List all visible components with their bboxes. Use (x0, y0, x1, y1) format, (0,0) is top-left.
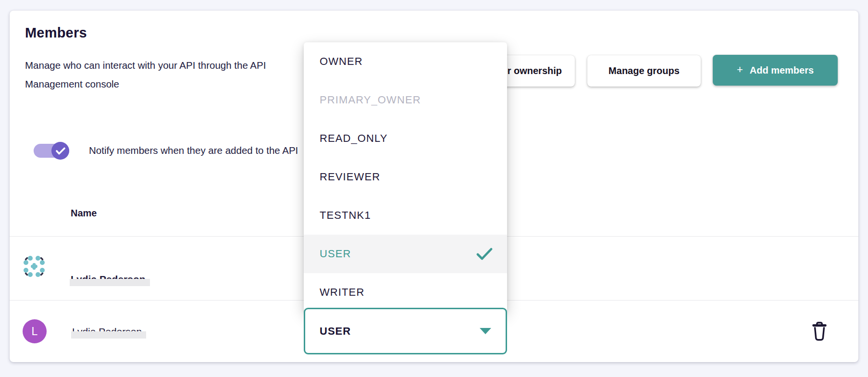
member-row: Lydia Pederson (71, 274, 146, 285)
menu-item-label: READ_ONLY (320, 132, 388, 145)
selected-check-icon (476, 247, 493, 261)
menu-item-label: TESTNK1 (320, 209, 371, 222)
menu-item-read-only[interactable]: READ_ONLY (304, 119, 507, 158)
menu-item-label: PRIMARY_OWNER (320, 94, 421, 106)
menu-item-writer[interactable]: WRITER (304, 273, 507, 312)
avatar: L (23, 319, 47, 343)
plus-icon: + (737, 63, 743, 76)
menu-item-label: OWNER (320, 55, 363, 68)
menu-item-user[interactable]: USER (304, 235, 507, 273)
toggle-thumb (51, 142, 69, 160)
add-members-button[interactable]: + Add members (713, 55, 838, 86)
notify-toggle-label: Notify members when they are added to th… (89, 145, 298, 156)
add-members-label: Add members (750, 65, 814, 76)
table-header-name: Name (71, 208, 97, 219)
role-dropdown-menu: OWNER PRIMARY_OWNER READ_ONLY REVIEWER T… (304, 42, 507, 312)
menu-item-primary-owner[interactable]: PRIMARY_OWNER (304, 81, 507, 119)
page-description-line2: Management console (25, 78, 119, 89)
page-description-line1: Manage who can interact with your API th… (25, 60, 266, 71)
delete-member-button[interactable] (807, 319, 831, 343)
trash-icon (808, 320, 831, 342)
page-title: Members (25, 25, 87, 41)
manage-groups-button[interactable]: Manage groups (587, 55, 701, 87)
menu-item-label: REVIEWER (320, 171, 380, 183)
member-row: Lydia Pederson (72, 326, 142, 338)
menu-item-owner[interactable]: OWNER (304, 42, 507, 81)
member-name: Lydia Pederson (72, 326, 142, 338)
check-icon (56, 147, 65, 155)
avatar-initial: L (32, 325, 38, 338)
member-name: Lydia Pederson (71, 274, 146, 285)
role-select[interactable]: USER (304, 308, 507, 354)
notify-toggle[interactable] (34, 142, 69, 160)
dotted-identicon-icon (22, 254, 47, 279)
caret-down-icon (480, 328, 491, 334)
menu-item-reviewer[interactable]: REVIEWER (304, 158, 507, 196)
menu-item-testnk1[interactable]: TESTNK1 (304, 196, 507, 235)
role-select-value: USER (320, 325, 351, 338)
menu-item-label: USER (320, 248, 351, 260)
page: Members Manage who can interact with you… (0, 0, 868, 377)
menu-item-label: WRITER (320, 286, 364, 299)
